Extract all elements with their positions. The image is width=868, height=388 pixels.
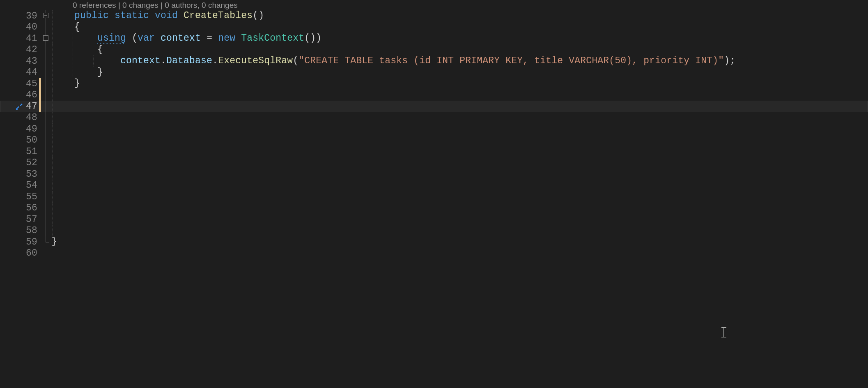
fold-gutter[interactable] xyxy=(42,191,51,203)
gutter[interactable]: 49 xyxy=(0,123,39,135)
fold-gutter[interactable] xyxy=(42,180,51,192)
fold-gutter[interactable] xyxy=(42,101,51,112)
fold-gutter[interactable] xyxy=(42,203,51,214)
gutter[interactable]: 53 xyxy=(0,169,39,180)
code-line[interactable]: 58 xyxy=(0,225,868,237)
gutter[interactable]: 59 xyxy=(0,236,39,248)
code-editor[interactable]: 0 references | 0 changes | 0 authors, 0 … xyxy=(0,0,868,388)
fold-gutter[interactable] xyxy=(42,22,51,33)
code-line[interactable]: 39 public static void CreateTables() xyxy=(0,10,868,22)
line-number: 39 xyxy=(26,11,39,21)
code-text[interactable] xyxy=(51,90,868,101)
code-line[interactable]: 52 xyxy=(0,157,868,169)
fold-gutter[interactable] xyxy=(42,55,51,67)
code-line[interactable]: 60 xyxy=(0,248,868,259)
code-text[interactable]: } xyxy=(51,78,868,90)
fold-gutter[interactable] xyxy=(42,67,51,79)
code-line[interactable]: 46 xyxy=(0,90,868,101)
codelens-row[interactable]: 0 references | 0 changes | 0 authors, 0 … xyxy=(0,0,868,10)
code-line[interactable]: 47 xyxy=(0,101,868,112)
code-line[interactable]: 49 xyxy=(0,123,868,135)
code-line[interactable]: 56 xyxy=(0,203,868,214)
code-line[interactable]: 57 xyxy=(0,214,868,225)
code-text[interactable]: context.Database.ExecuteSqlRaw("CREATE T… xyxy=(51,55,868,67)
code-text[interactable] xyxy=(51,203,868,214)
gutter[interactable]: 48 xyxy=(0,112,39,124)
gutter[interactable]: 60 xyxy=(0,248,39,259)
fold-collapse-icon[interactable] xyxy=(43,35,48,41)
gutter[interactable]: 41 xyxy=(0,33,39,44)
code-line[interactable]: 50 xyxy=(0,135,868,146)
fold-gutter[interactable] xyxy=(42,225,51,237)
code-text[interactable] xyxy=(51,169,868,180)
gutter[interactable]: 51 xyxy=(0,146,39,157)
gutter[interactable]: 47 xyxy=(0,101,39,112)
code-line[interactable]: 42 { xyxy=(0,44,868,56)
code-text[interactable] xyxy=(51,191,868,203)
code-text[interactable] xyxy=(51,123,868,135)
indent-guide xyxy=(52,146,53,157)
change-indicator-col xyxy=(39,135,42,146)
fold-gutter[interactable] xyxy=(42,90,51,101)
code-line[interactable]: 41 using (var context = new TaskContext(… xyxy=(0,33,868,44)
code-text[interactable]: } xyxy=(51,67,868,79)
gutter[interactable]: 50 xyxy=(0,135,39,146)
code-text[interactable] xyxy=(51,112,868,124)
code-text[interactable] xyxy=(51,180,868,192)
codelens-text[interactable]: 0 references | 0 changes | 0 authors, 0 … xyxy=(51,1,238,10)
gutter[interactable]: 54 xyxy=(0,180,39,192)
gutter[interactable]: 57 xyxy=(0,214,39,225)
fold-collapse-icon[interactable] xyxy=(43,13,48,18)
fold-gutter[interactable] xyxy=(42,146,51,157)
code-line[interactable]: 55 xyxy=(0,191,868,203)
gutter[interactable]: 58 xyxy=(0,225,39,237)
fold-gutter[interactable] xyxy=(42,10,51,22)
code-line[interactable]: 44 } xyxy=(0,67,868,79)
indent-guide xyxy=(52,225,53,237)
fold-gutter[interactable] xyxy=(42,135,51,146)
gutter[interactable]: 40 xyxy=(0,22,39,33)
fold-gutter[interactable] xyxy=(42,248,51,259)
gutter[interactable]: 45 xyxy=(0,78,39,90)
code-line[interactable]: 59} xyxy=(0,236,868,248)
fold-gutter[interactable] xyxy=(42,236,51,248)
gutter[interactable]: 46 xyxy=(0,90,39,101)
gutter[interactable]: 39 xyxy=(0,10,39,22)
code-text[interactable] xyxy=(51,101,868,112)
code-text[interactable] xyxy=(51,214,868,225)
code-text[interactable]: } xyxy=(51,236,868,248)
gutter[interactable]: 56 xyxy=(0,203,39,214)
code-text[interactable]: { xyxy=(51,44,868,56)
code-line[interactable]: 53 xyxy=(0,169,868,180)
lightbulb-action-icon[interactable] xyxy=(16,102,23,110)
fold-gutter[interactable] xyxy=(42,157,51,169)
fold-gutter[interactable] xyxy=(42,78,51,90)
line-number: 50 xyxy=(26,135,39,146)
code-text[interactable] xyxy=(51,157,868,169)
fold-gutter[interactable] xyxy=(42,33,51,44)
gutter[interactable]: 52 xyxy=(0,157,39,169)
fold-gutter[interactable] xyxy=(42,214,51,225)
change-indicator-col xyxy=(39,90,42,101)
gutter[interactable]: 42 xyxy=(0,44,39,56)
gutter[interactable]: 55 xyxy=(0,191,39,203)
code-text[interactable] xyxy=(51,135,868,146)
fold-gutter[interactable] xyxy=(42,112,51,124)
gutter[interactable]: 43 xyxy=(0,55,39,67)
fold-gutter[interactable] xyxy=(42,123,51,135)
code-text[interactable] xyxy=(51,248,868,259)
code-line[interactable]: 40 { xyxy=(0,22,868,33)
code-text[interactable]: { xyxy=(51,22,868,33)
code-line[interactable]: 45 } xyxy=(0,78,868,90)
fold-gutter[interactable] xyxy=(42,169,51,180)
code-line[interactable]: 51 xyxy=(0,146,868,157)
code-text[interactable] xyxy=(51,225,868,237)
code-line[interactable]: 48 xyxy=(0,112,868,124)
code-text[interactable]: public static void CreateTables() xyxy=(51,10,868,22)
code-text[interactable] xyxy=(51,146,868,157)
fold-gutter[interactable] xyxy=(42,44,51,56)
code-line[interactable]: 54 xyxy=(0,180,868,192)
gutter[interactable]: 44 xyxy=(0,67,39,79)
code-line[interactable]: 43 context.Database.ExecuteSqlRaw("CREAT… xyxy=(0,55,868,67)
code-text[interactable]: using (var context = new TaskContext()) xyxy=(51,33,868,44)
